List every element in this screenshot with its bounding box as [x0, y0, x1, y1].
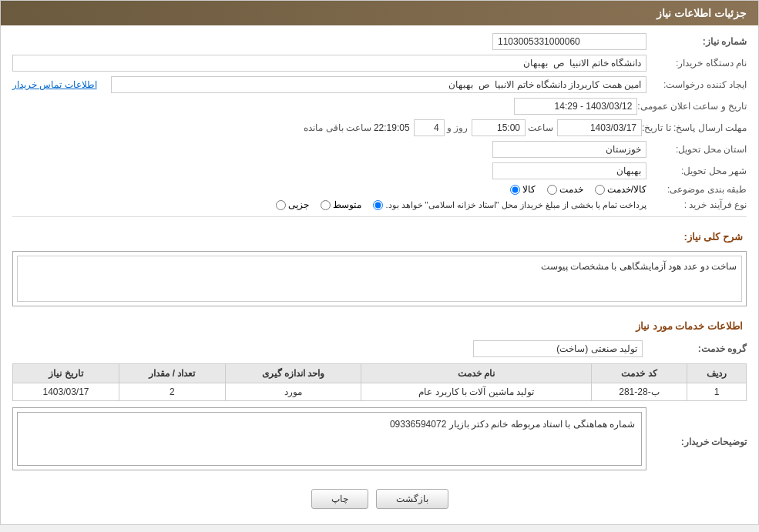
- col-service-name: نام خدمت: [361, 364, 591, 383]
- date-row: تاریخ و ساعت اعلان عمومی:: [12, 98, 747, 115]
- services-table: ردیف کد خدمت نام خدمت واحد اندازه گیری ت…: [12, 363, 747, 401]
- remaining-time-display: 22:19:05: [374, 122, 410, 133]
- purchase-type-label: نوع فرآیند خرید :: [646, 199, 747, 210]
- services-label: اطلاعات خدمات مورد نیاز: [636, 320, 747, 332]
- full-pay-label: پرداخت تمام یا بخشی از مبلغ خریداز محل "…: [385, 200, 646, 210]
- print-button[interactable]: چاپ: [311, 489, 368, 509]
- content-area: شماره نیاز: نام دستگاه خریدار: ایجاد کنن…: [1, 25, 758, 524]
- services-section-header: اطلاعات خدمات مورد نیاز: [12, 313, 747, 336]
- need-desc-label: شرح کلی نیاز:: [683, 231, 747, 243]
- buyer-desc-wrapper: شماره هماهنگی با استاد مربوطه خانم دکتر …: [12, 407, 646, 470]
- city-label: شهر محل تحویل:: [646, 166, 747, 176]
- divider-1: [12, 216, 747, 217]
- cell-date: 1403/03/17: [13, 383, 119, 401]
- creator-row: ایجاد کننده درخواست: اطلاعات تماس خریدار: [12, 76, 747, 93]
- province-row: استان محل تحویل:: [12, 141, 747, 158]
- category-service: خدمت: [547, 184, 583, 195]
- need-number-label: شماره نیاز:: [646, 36, 747, 47]
- buyer-org-input[interactable]: [12, 55, 646, 72]
- page-header: جزئیات اطلاعات نیاز: [1, 1, 758, 25]
- remaining-label: ساعت باقی مانده: [304, 122, 371, 133]
- cell-row-num: 1: [687, 383, 747, 401]
- purchase-partial-radio[interactable]: [276, 200, 286, 210]
- response-time-input[interactable]: [472, 119, 526, 136]
- need-desc-wrapper: ساخت دو عدد هود آزمایشگاهی با مشخصات پیو…: [12, 251, 747, 306]
- col-date: تاریخ نیاز: [13, 364, 119, 383]
- purchase-full-pay: پرداخت تمام یا بخشی از مبلغ خریداز محل "…: [373, 200, 646, 210]
- table-row: 1 ب-28-281 تولید ماشین آلات با کاربرد عا…: [13, 383, 747, 401]
- need-desc-section-header: شرح کلی نیاز:: [12, 223, 747, 246]
- category-radio-group: کالا/خدمت خدمت کالا: [510, 184, 646, 195]
- footer-buttons: بازگشت چاپ: [12, 481, 747, 517]
- purchase-medium: متوسط: [321, 199, 361, 210]
- province-label: استان محل تحویل:: [646, 144, 747, 155]
- response-date-input[interactable]: [557, 119, 642, 136]
- city-input[interactable]: [492, 162, 646, 179]
- purchase-partial: جزیی: [276, 199, 309, 210]
- purchase-medium-radio[interactable]: [321, 200, 331, 210]
- days-input[interactable]: [414, 119, 445, 136]
- category-service-radio[interactable]: [547, 185, 557, 195]
- category-goods: کالا: [510, 184, 536, 195]
- buyer-org-label: نام دستگاه خریدار:: [646, 58, 747, 69]
- cell-service-code: ب-28-281: [591, 383, 687, 401]
- page-title: جزئیات اطلاعات نیاز: [657, 7, 747, 19]
- date-input[interactable]: [514, 98, 637, 115]
- need-desc-box: ساخت دو عدد هود آزمایشگاهی با مشخصات پیو…: [17, 256, 742, 302]
- buyer-desc-label: توضیحات خریدار:: [646, 437, 747, 447]
- category-goods-service: کالا/خدمت: [595, 184, 646, 195]
- province-input[interactable]: [492, 141, 646, 158]
- purchase-full-pay-radio[interactable]: [373, 200, 383, 210]
- need-number-row: شماره نیاز:: [12, 33, 747, 50]
- need-number-input[interactable]: [492, 33, 646, 50]
- creator-input[interactable]: [111, 76, 646, 93]
- cell-unit: مورد: [225, 383, 361, 401]
- cell-quantity: 2: [119, 383, 225, 401]
- response-date-row: مهلت ارسال پاسخ: تا تاریخ: ساعت روز و 22…: [12, 119, 747, 136]
- purchase-type-radio-group: پرداخت تمام یا بخشی از مبلغ خریداز محل "…: [276, 199, 646, 210]
- page-wrapper: جزئیات اطلاعات نیاز شماره نیاز: نام دستگ…: [0, 0, 759, 525]
- purchase-type-row: نوع فرآیند خرید : پرداخت تمام یا بخشی از…: [12, 199, 747, 210]
- category-goods-service-radio[interactable]: [595, 185, 605, 195]
- service-group-label: گروه خدمت:: [646, 343, 747, 354]
- category-row: طبقه بندی موضوعی: کالا/خدمت خدمت کالا: [12, 184, 747, 195]
- col-row-num: ردیف: [687, 364, 747, 383]
- category-label: طبقه بندی موضوعی:: [646, 184, 747, 195]
- col-unit: واحد اندازه گیری: [225, 364, 361, 383]
- city-row: شهر محل تحویل:: [12, 162, 747, 179]
- service-group-row: گروه خدمت:: [12, 340, 747, 357]
- buyer-org-row: نام دستگاه خریدار:: [12, 55, 747, 72]
- days-label: روز و: [447, 122, 468, 133]
- col-quantity: تعداد / مقدار: [119, 364, 225, 383]
- contact-link[interactable]: اطلاعات تماس خریدار: [12, 79, 97, 90]
- service-group-input[interactable]: [473, 340, 643, 357]
- buyer-desc-box: شماره هماهنگی با استاد مربوطه خانم دکتر …: [17, 412, 642, 466]
- buyer-desc-row: توضیحات خریدار: شماره هماهنگی با استاد م…: [12, 407, 747, 477]
- response-date-label: مهلت ارسال پاسخ: تا تاریخ:: [642, 122, 747, 133]
- date-label: تاریخ و ساعت اعلان عمومی:: [637, 101, 747, 112]
- creator-label: ایجاد کننده درخواست:: [646, 79, 747, 90]
- cell-service-name: تولید ماشین آلات با کاربرد عام: [361, 383, 591, 401]
- time-label: ساعت: [528, 122, 553, 133]
- category-goods-radio[interactable]: [510, 185, 520, 195]
- col-service-code: کد خدمت: [591, 364, 687, 383]
- back-button[interactable]: بازگشت: [376, 489, 448, 509]
